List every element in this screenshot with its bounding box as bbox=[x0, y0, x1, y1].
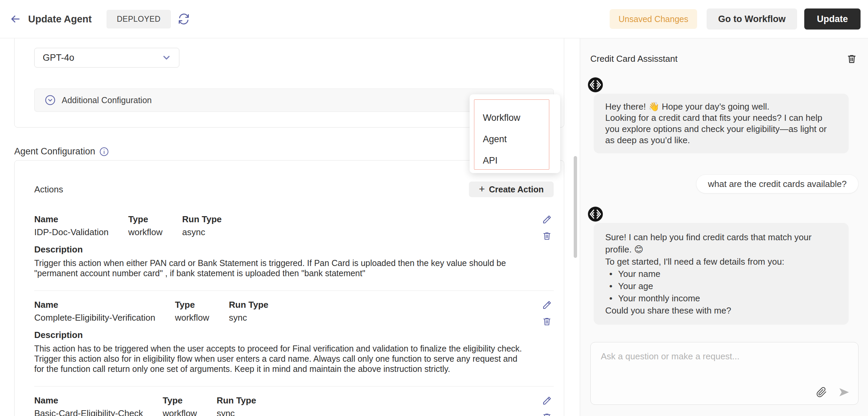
bullet-icon: • bbox=[609, 292, 618, 304]
user-message-bubble: what are the credit cards available? bbox=[696, 174, 859, 193]
action-run-type: sync bbox=[229, 313, 269, 323]
attach-file-button[interactable] bbox=[816, 387, 827, 398]
name-column-header: Name bbox=[34, 214, 108, 227]
bullet-icon: • bbox=[609, 268, 618, 280]
send-button[interactable] bbox=[839, 387, 849, 398]
action-row-complete-eligibility-verification: Name Complete-Eligibility-Verification T… bbox=[34, 290, 554, 386]
main-area: GPT-4o Additional Configuration Agent Co… bbox=[0, 38, 868, 416]
pencil-icon bbox=[542, 214, 552, 225]
unsaved-changes-badge: Unsaved Changes bbox=[610, 9, 697, 29]
send-icon bbox=[839, 387, 849, 397]
paperclip-icon bbox=[816, 387, 827, 398]
pencil-icon bbox=[542, 300, 552, 310]
menu-item-workflow[interactable]: Workflow bbox=[483, 107, 549, 129]
trash-icon bbox=[542, 317, 552, 326]
agent-settings-pane: GPT-4o Additional Configuration Agent Co… bbox=[0, 38, 580, 416]
trash-icon bbox=[847, 54, 857, 64]
actions-label: Actions bbox=[34, 184, 63, 195]
left-pane-scrollbar-thumb[interactable] bbox=[574, 156, 577, 258]
description-label: Description bbox=[34, 244, 554, 255]
action-type: workflow bbox=[128, 227, 162, 238]
chat-input-box bbox=[590, 342, 859, 405]
create-action-label: Create Action bbox=[489, 185, 544, 194]
chevron-down-circle-icon bbox=[45, 95, 56, 106]
action-controls bbox=[541, 214, 552, 241]
page-title: Update Agent bbox=[28, 14, 92, 25]
go-to-workflow-button[interactable]: Go to Workflow bbox=[707, 8, 797, 30]
create-action-menu-options: Workflow Agent API bbox=[474, 99, 549, 170]
action-type: workflow bbox=[163, 408, 197, 416]
menu-item-api[interactable]: API bbox=[483, 150, 549, 171]
refresh-icon bbox=[178, 13, 190, 25]
action-name: Complete-Eligibility-Verification bbox=[34, 313, 155, 323]
action-meta-table: Name Basic-Card-Eligibility-Check Type w… bbox=[34, 395, 276, 416]
action-row-basic-card-eligibility-check: Name Basic-Card-Eligibility-Check Type w… bbox=[34, 386, 554, 416]
agent-configuration-card: Actions + Create Action Name IDP-Doc-Val… bbox=[14, 160, 564, 416]
description-label: Description bbox=[34, 330, 554, 340]
bot-message-line: Sure! I can help you find credit cards t… bbox=[605, 231, 837, 256]
edit-action-button[interactable] bbox=[541, 214, 552, 225]
action-meta-table: Name Complete-Eligibility-Verification T… bbox=[34, 300, 288, 323]
bot-message-bullet: • Your name bbox=[605, 268, 837, 280]
agent-configuration-heading: Agent Configuration bbox=[14, 146, 109, 157]
bot-message-line: Looking for a credit card that fits your… bbox=[605, 112, 837, 146]
update-agent-page: Update Agent DEPLOYED Unsaved Changes Go… bbox=[0, 0, 868, 416]
agent-configuration-title: Agent Configuration bbox=[14, 146, 95, 157]
chat-title: Credit Card Assisstant bbox=[590, 54, 677, 64]
chat-preview-pane: Credit Card Assisstant Hey there! 👋 Hope… bbox=[580, 38, 868, 416]
info-icon[interactable] bbox=[99, 147, 109, 156]
model-select-value: GPT-4o bbox=[43, 53, 74, 63]
plus-icon: + bbox=[479, 184, 485, 194]
pencil-icon bbox=[542, 396, 552, 406]
delete-action-button[interactable] bbox=[541, 230, 552, 241]
bullet-icon: • bbox=[609, 280, 618, 292]
bullet-text: Your name bbox=[618, 268, 660, 280]
top-bar: Update Agent DEPLOYED Unsaved Changes Go… bbox=[0, 0, 868, 38]
arrow-left-icon bbox=[9, 14, 21, 24]
bullet-text: Your monthly income bbox=[618, 292, 700, 304]
trash-icon bbox=[542, 412, 552, 416]
chat-input-field[interactable] bbox=[591, 342, 858, 383]
action-description: Trigger this action when either PAN card… bbox=[34, 258, 529, 278]
deployed-status-badge: DEPLOYED bbox=[106, 10, 171, 29]
run-type-column-header: Run Type bbox=[217, 395, 256, 408]
chat-input-actions bbox=[816, 387, 849, 398]
type-column-header: Type bbox=[175, 300, 209, 313]
action-run-type: sync bbox=[217, 408, 256, 416]
edit-action-button[interactable] bbox=[541, 300, 552, 310]
action-meta-table: Name IDP-Doc-Validation Type workflow Ru… bbox=[34, 214, 241, 238]
delete-action-button[interactable] bbox=[541, 412, 552, 416]
create-action-button[interactable]: + Create Action bbox=[469, 182, 554, 197]
action-name: Basic-Card-Eligibility-Check bbox=[34, 408, 143, 416]
clear-chat-button[interactable] bbox=[846, 53, 857, 64]
type-column-header: Type bbox=[128, 214, 162, 227]
trash-icon bbox=[542, 231, 552, 241]
action-run-type: async bbox=[182, 227, 222, 238]
refresh-status-button[interactable] bbox=[176, 12, 191, 26]
bot-message-bullet: • Your monthly income bbox=[605, 292, 837, 304]
name-column-header: Name bbox=[34, 395, 143, 408]
action-name: IDP-Doc-Validation bbox=[34, 227, 108, 238]
create-action-menu: Workflow Agent API bbox=[470, 94, 560, 173]
action-type: workflow bbox=[175, 313, 209, 323]
update-button[interactable]: Update bbox=[804, 8, 861, 30]
back-button[interactable] bbox=[8, 12, 22, 26]
bot-message-line: Could you share these with me? bbox=[605, 304, 837, 317]
delete-action-button[interactable] bbox=[541, 316, 552, 327]
model-select[interactable]: GPT-4o bbox=[34, 48, 179, 68]
action-row-idp-doc-validation: Name IDP-Doc-Validation Type workflow Ru… bbox=[34, 214, 554, 290]
action-controls bbox=[541, 300, 552, 327]
chat-header: Credit Card Assisstant bbox=[580, 38, 868, 64]
additional-configuration-label: Additional Configuration bbox=[62, 95, 152, 105]
bullet-text: Your age bbox=[618, 280, 653, 292]
actions-header-row: Actions + Create Action bbox=[34, 182, 554, 197]
bot-message-bubble: Sure! I can help you find credit cards t… bbox=[594, 223, 849, 325]
run-type-column-header: Run Type bbox=[182, 214, 222, 227]
action-description: This action has to be triggered when the… bbox=[34, 343, 529, 374]
name-column-header: Name bbox=[34, 300, 155, 313]
bot-message-line: Hey there! 👋 Hope your day’s going well. bbox=[605, 101, 837, 112]
edit-action-button[interactable] bbox=[541, 395, 552, 406]
bot-message-bubble: Hey there! 👋 Hope your day’s going well.… bbox=[594, 94, 849, 153]
bot-message-line: To get started, I'll need a few details … bbox=[605, 256, 837, 268]
menu-item-agent[interactable]: Agent bbox=[483, 129, 549, 150]
